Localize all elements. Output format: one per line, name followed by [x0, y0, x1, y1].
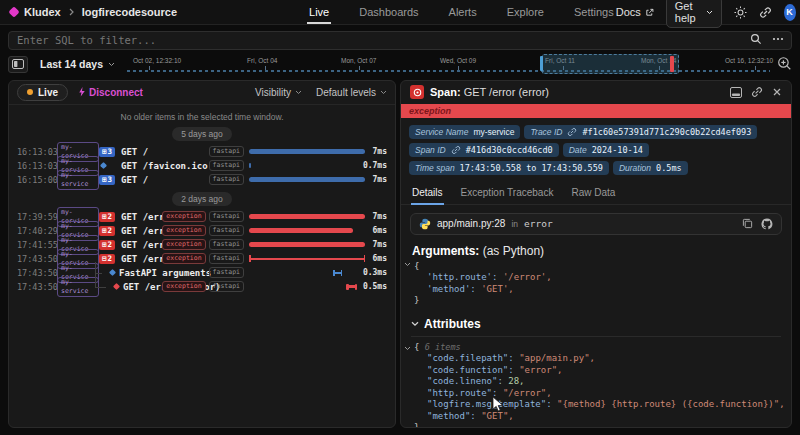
- collapse-caret-icon[interactable]: [404, 346, 411, 351]
- timeline-tick: Wed, Oct 09: [440, 57, 476, 64]
- tag-fastapi: fastapi: [209, 211, 244, 222]
- chevron-down-icon: [295, 90, 302, 95]
- attributes-heading[interactable]: Attributes: [411, 317, 781, 337]
- timeline[interactable]: Oct 02, 12:32:10 Fri, Oct 04 Mon, Oct 07…: [127, 54, 792, 75]
- tree-line: [95, 287, 106, 288]
- duration-bar: [249, 163, 251, 168]
- project-name[interactable]: logfirecodesource: [82, 6, 177, 18]
- tab-settings[interactable]: Settings: [572, 1, 616, 24]
- mouse-cursor: [492, 396, 504, 413]
- python-icon: [419, 218, 431, 230]
- user-avatar[interactable]: K: [784, 4, 796, 21]
- tab-dashboards[interactable]: Dashboards: [357, 1, 420, 24]
- tag-fastapi: fastapi: [209, 160, 244, 171]
- collapse-caret-icon[interactable]: [404, 262, 411, 267]
- search-icon[interactable]: [750, 33, 762, 45]
- tab-explore[interactable]: Explore: [505, 1, 546, 24]
- tab-live[interactable]: Live: [307, 1, 331, 24]
- empty-window-message: No older items in the selected time wind…: [9, 112, 395, 122]
- more-options-icon[interactable]: [772, 37, 784, 41]
- tag-exception: exception: [162, 211, 205, 222]
- org-name[interactable]: Kludex: [24, 6, 61, 18]
- tag-exception: exception: [162, 239, 205, 250]
- tag-fastapi: fastapi: [209, 239, 244, 250]
- selection-start-handle[interactable]: [540, 56, 543, 71]
- children-count-badge[interactable]: ⊟2: [99, 254, 115, 264]
- plug-icon: [78, 87, 86, 97]
- chevron-down-icon: [380, 90, 387, 95]
- service-pill: my-service: [57, 170, 99, 190]
- live-toggle-button[interactable]: Live: [17, 84, 68, 101]
- tag-fastapi: fastapi: [209, 146, 244, 157]
- children-count-badge[interactable]: ⊞3: [99, 175, 115, 185]
- theme-toggle-icon[interactable]: [734, 6, 747, 19]
- tag-fastapi: fastapi: [209, 281, 244, 292]
- tab-alerts[interactable]: Alerts: [447, 1, 479, 24]
- children-count-badge[interactable]: ⊞2: [99, 226, 115, 236]
- children-count-badge[interactable]: ⊞3: [99, 147, 115, 157]
- copy-link-icon[interactable]: [751, 86, 763, 98]
- tag-fastapi: fastapi: [209, 253, 244, 264]
- share-link-icon[interactable]: [759, 6, 772, 19]
- tree-line: [95, 276, 96, 287]
- trace-id-badge[interactable]: Trace ID #f1c60e57391d771c290c0b22cd4ef0…: [524, 125, 757, 139]
- time-span-badge: Time span17:43:50.558 to 17:43:50.559: [409, 161, 609, 175]
- zoom-in-icon[interactable]: [777, 56, 792, 71]
- sidebar-toggle-icon[interactable]: [8, 56, 28, 73]
- trace-row[interactable]: 16:15:00 my-service ⊞3 GET / fastapi 7ms: [9, 173, 395, 187]
- main-nav: Live Dashboards Alerts Explore Settings: [307, 1, 616, 24]
- span-marker: [333, 270, 342, 276]
- detail-title: Span: GET /error (error): [430, 86, 549, 98]
- children-count-badge[interactable]: ⊞2: [99, 212, 115, 222]
- tag-fastapi: fastapi: [209, 174, 244, 185]
- github-icon[interactable]: [761, 218, 773, 230]
- link-icon: [451, 145, 461, 155]
- chevron-down-icon: [108, 62, 115, 67]
- default-levels-dropdown[interactable]: Default levels: [316, 87, 387, 98]
- timeline-tick: Oct 16, 12:32:10: [725, 57, 773, 64]
- docs-link[interactable]: Docs: [616, 6, 654, 18]
- get-help-button[interactable]: Get help: [666, 0, 722, 28]
- dock-panel-icon[interactable]: [730, 87, 742, 98]
- span-detail-panel: Span: GET /error (error) exception Servi…: [400, 80, 792, 428]
- disconnect-button[interactable]: Disconnect: [78, 87, 143, 98]
- timeline-tick: Oct 02, 12:32:10: [133, 57, 181, 64]
- close-icon[interactable]: [772, 87, 782, 97]
- chevron-down-icon: [411, 321, 419, 327]
- tab-details[interactable]: Details: [411, 184, 444, 205]
- visibility-dropdown[interactable]: Visibility: [255, 87, 302, 98]
- error-span-icon: [410, 85, 424, 99]
- link-icon: [567, 127, 577, 137]
- tree-line: [95, 273, 102, 274]
- tag-fastapi: fastapi: [209, 225, 244, 236]
- service-name-badge: Service Namemy-service: [409, 125, 520, 139]
- span-id-badge[interactable]: Span ID #416d30c0ccd46cd0: [409, 143, 559, 157]
- date-badge: Date2024-10-14: [563, 143, 649, 157]
- children-count-badge[interactable]: ⊞2: [99, 240, 115, 250]
- timeline-selection[interactable]: [542, 54, 679, 74]
- time-group-pill: 2 days ago: [172, 192, 232, 206]
- tab-raw-data[interactable]: Raw Data: [570, 184, 616, 204]
- duration-bar: [249, 228, 353, 233]
- source-location[interactable]: app/main.py:28 in error: [410, 213, 782, 235]
- tab-exception-traceback[interactable]: Exception Traceback: [460, 184, 555, 204]
- live-status-dot: [27, 89, 33, 95]
- breadcrumb: Kludex logfirecodesource: [10, 6, 177, 18]
- live-view-panel: Live Disconnect Visibility Default level…: [8, 80, 396, 428]
- time-range-dropdown[interactable]: Last 14 days: [36, 58, 119, 70]
- time-group-pill: 5 days ago: [172, 127, 232, 141]
- exception-banner: exception: [401, 104, 791, 118]
- error-span-icon: [113, 283, 120, 290]
- duration-badge: Duration0.5ms: [613, 161, 688, 175]
- logfire-logo-icon: [8, 6, 19, 17]
- copy-icon[interactable]: [742, 218, 753, 230]
- span-diamond-icon: [109, 269, 116, 276]
- child-span-row[interactable]: 17:43:50 my-service GET /error (error) e…: [9, 280, 395, 294]
- chevron-right-icon: [68, 8, 75, 16]
- attributes-code: { 6 items "code.filepath": "app/main.py"…: [401, 341, 791, 428]
- timeline-tick: Mon, Oct 07: [341, 57, 376, 64]
- span-diamond-icon: [100, 162, 107, 169]
- tag-exception: exception: [162, 225, 205, 236]
- arguments-heading: Arguments: (as Python): [401, 235, 791, 260]
- sql-filter-input[interactable]: [8, 31, 792, 50]
